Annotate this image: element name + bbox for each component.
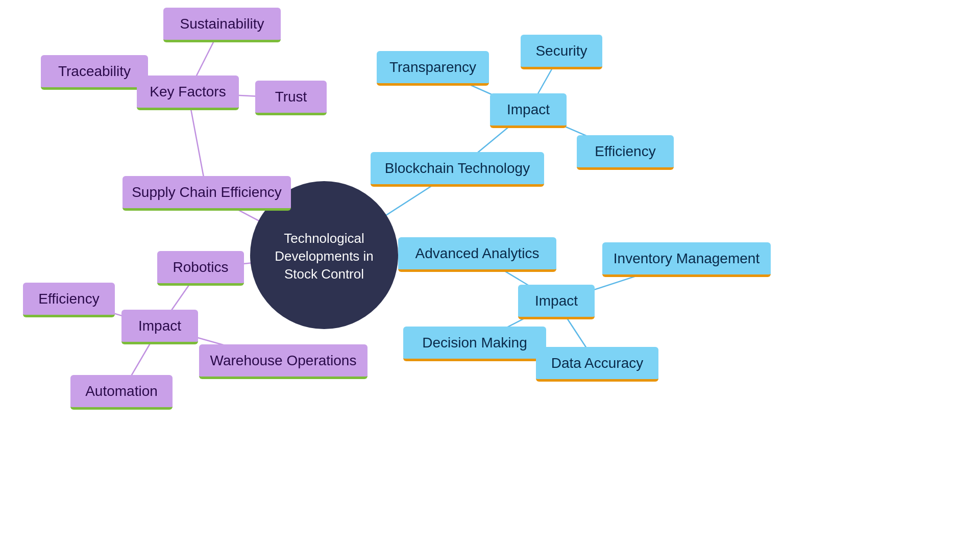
center-label: Technological Developments inStock Contr… [258, 230, 390, 281]
node-warehouseOps: Warehouse Operations [199, 344, 368, 379]
node-efficiencyRight: Efficiency [577, 135, 674, 170]
node-impactBottomRight: Impact [518, 285, 595, 319]
node-blockchain: Blockchain Technology [371, 152, 544, 187]
node-dataAccuracy: Data Accuracy [536, 347, 658, 382]
node-advancedAnalytics: Advanced Analytics [398, 237, 556, 272]
node-security: Security [521, 35, 602, 69]
node-supplyChain: Supply Chain Efficiency [122, 176, 291, 211]
node-decisionMaking: Decision Making [403, 327, 546, 361]
node-transparency: Transparency [377, 51, 489, 86]
node-trust: Trust [255, 81, 327, 115]
node-sustainability: Sustainability [163, 8, 281, 42]
node-automation: Automation [70, 375, 173, 410]
node-keyFactors: Key Factors [137, 76, 239, 110]
node-robotics: Robotics [157, 251, 244, 286]
node-efficiencyLeft: Efficiency [23, 283, 115, 317]
node-inventoryMgmt: Inventory Management [602, 242, 771, 277]
node-impactTopRight: Impact [490, 93, 567, 128]
node-traceability: Traceability [41, 55, 148, 90]
node-impactLeft: Impact [121, 310, 198, 344]
